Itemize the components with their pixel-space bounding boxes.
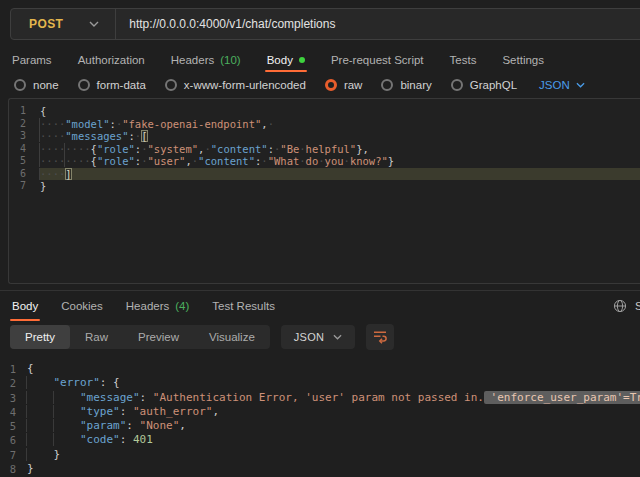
- tab-body[interactable]: Body: [267, 47, 305, 72]
- line-content: {: [40, 105, 640, 118]
- view-pretty-button[interactable]: Pretty: [10, 325, 70, 349]
- line-content: "error": {: [27, 376, 640, 390]
- line-content: "param": "None",: [27, 419, 640, 433]
- code-line: 2 "error": {: [0, 376, 640, 390]
- line-content: ····]: [40, 168, 640, 181]
- line-number: 3: [9, 130, 40, 143]
- line-content: }: [40, 180, 640, 193]
- body-type-none[interactable]: none: [14, 79, 59, 91]
- code-line: 4········{"role":·"system",·"content":·"…: [9, 143, 640, 156]
- code-line: 2····"model":·"fake-openai-endpoint",·: [9, 118, 640, 131]
- radio-icon: [14, 79, 26, 91]
- line-content: ········{"role":·"system",·"content":·"B…: [40, 143, 640, 156]
- body-type-label: form-data: [97, 79, 146, 91]
- tab-label: Headers: [126, 300, 169, 312]
- view-mode-segmented-control: PrettyRawPreviewVisualize: [10, 325, 270, 349]
- response-body-viewer[interactable]: 1{2 "error": {3 "message": "Authenticati…: [0, 357, 640, 476]
- body-type-label: none: [33, 79, 59, 91]
- tab-authorization[interactable]: Authorization: [78, 47, 145, 72]
- line-number: 1: [0, 362, 27, 376]
- body-type-graphql[interactable]: GraphQL: [451, 79, 517, 91]
- code-line: 1{: [0, 362, 640, 376]
- url-input-container: POST http://0.0.0.0:4000/v1/chat/complet…: [10, 8, 640, 40]
- tab-headers[interactable]: Headers(10): [171, 47, 241, 72]
- tab-tests[interactable]: Tests: [450, 47, 477, 72]
- tab-cookies[interactable]: Cookies: [61, 291, 103, 321]
- body-modified-dot-icon: [299, 57, 305, 63]
- wrap-text-icon: [373, 330, 387, 344]
- chevron-down-icon[interactable]: [89, 21, 99, 27]
- view-raw-button[interactable]: Raw: [70, 325, 123, 349]
- body-type-form-data[interactable]: form-data: [78, 79, 146, 91]
- tab-label: Pre-request Script: [331, 54, 424, 66]
- response-format-label: JSON: [294, 331, 325, 343]
- line-number: 7: [0, 448, 27, 462]
- line-number: 4: [9, 143, 40, 156]
- response-view-toolbar: PrettyRawPreviewVisualize JSON: [0, 321, 640, 357]
- line-content: ····"model":·"fake-openai-endpoint",·: [40, 118, 640, 131]
- response-tabs: BodyCookiesHeaders(4)Test Results S: [0, 291, 640, 321]
- url-field[interactable]: http://0.0.0.0:4000/v1/chat/completions: [116, 17, 335, 31]
- tab-label: Params: [12, 54, 52, 66]
- code-line: 4 "type": "auth_error",: [0, 405, 640, 419]
- line-content: "type": "auth_error",: [27, 405, 640, 419]
- response-format-dropdown[interactable]: JSON: [281, 325, 356, 349]
- tab-params[interactable]: Params: [12, 47, 52, 72]
- tab-label: Authorization: [78, 54, 145, 66]
- body-type-label: raw: [344, 79, 363, 91]
- tab-headers[interactable]: Headers(4): [126, 291, 190, 321]
- status-text-clipped: S: [635, 300, 640, 312]
- line-content: "code": 401: [27, 433, 640, 447]
- tab-settings[interactable]: Settings: [502, 47, 544, 72]
- view-preview-button[interactable]: Preview: [123, 325, 194, 349]
- code-line: 7 }: [0, 448, 640, 462]
- line-content: ····"messages":·[: [40, 130, 640, 143]
- tab-pre-request-script[interactable]: Pre-request Script: [331, 47, 424, 72]
- radio-icon: [78, 79, 90, 91]
- wrap-text-button[interactable]: [366, 324, 394, 350]
- raw-language-dropdown[interactable]: JSON: [539, 79, 585, 91]
- line-number: 7: [9, 180, 40, 193]
- line-number: 6: [0, 433, 27, 447]
- line-content: "message": "Authentication Error, 'user'…: [27, 391, 640, 405]
- request-url-bar: POST http://0.0.0.0:4000/v1/chat/complet…: [0, 0, 640, 47]
- body-type-raw[interactable]: raw: [325, 79, 363, 91]
- body-type-x-www-form-urlencoded[interactable]: x-www-form-urlencoded: [165, 79, 306, 91]
- request-tabs: ParamsAuthorizationHeaders(10)BodyPre-re…: [0, 47, 640, 72]
- code-line: 7}: [9, 180, 640, 193]
- request-body-editor[interactable]: 1{2····"model":·"fake-openai-endpoint",·…: [8, 98, 640, 284]
- body-type-binary[interactable]: binary: [381, 79, 431, 91]
- tab-test-results[interactable]: Test Results: [212, 291, 275, 321]
- view-visualize-button[interactable]: Visualize: [194, 325, 270, 349]
- body-type-selector-row: noneform-datax-www-form-urlencodedrawbin…: [0, 72, 640, 98]
- body-type-label: binary: [400, 79, 431, 91]
- method-selector[interactable]: POST: [11, 17, 63, 31]
- tab-count-badge: (4): [175, 300, 189, 312]
- radio-icon: [451, 79, 463, 91]
- tab-label: Test Results: [212, 300, 275, 312]
- line-content: {: [27, 362, 640, 376]
- line-number: 6: [9, 168, 40, 181]
- line-content: ········{"role":·"user",·"content":·"Wha…: [40, 155, 640, 168]
- tab-label: Settings: [502, 54, 544, 66]
- radio-selected-icon: [325, 79, 337, 91]
- line-number: 4: [0, 405, 27, 419]
- chevron-down-icon: [333, 334, 342, 340]
- code-line: 5········{"role":·"user",·"content":·"Wh…: [9, 155, 640, 168]
- globe-icon[interactable]: [613, 299, 627, 313]
- code-line: 3····"messages":·[: [9, 130, 640, 143]
- tab-label: Cookies: [61, 300, 103, 312]
- code-line: 6····]: [9, 168, 640, 181]
- tab-label: Headers: [171, 54, 214, 66]
- code-line: 8}: [0, 462, 640, 476]
- body-type-label: x-www-form-urlencoded: [184, 79, 306, 91]
- text-selection: 'enforce_user_param'=True": [484, 391, 640, 404]
- code-line: 3 "message": "Authentication Error, 'use…: [0, 391, 640, 405]
- body-type-label: GraphQL: [470, 79, 517, 91]
- raw-language-label: JSON: [539, 79, 570, 91]
- line-content: }: [27, 448, 640, 462]
- radio-icon: [381, 79, 393, 91]
- line-number: 3: [0, 391, 27, 405]
- tab-count-badge: (10): [220, 54, 240, 66]
- tab-body[interactable]: Body: [12, 291, 38, 321]
